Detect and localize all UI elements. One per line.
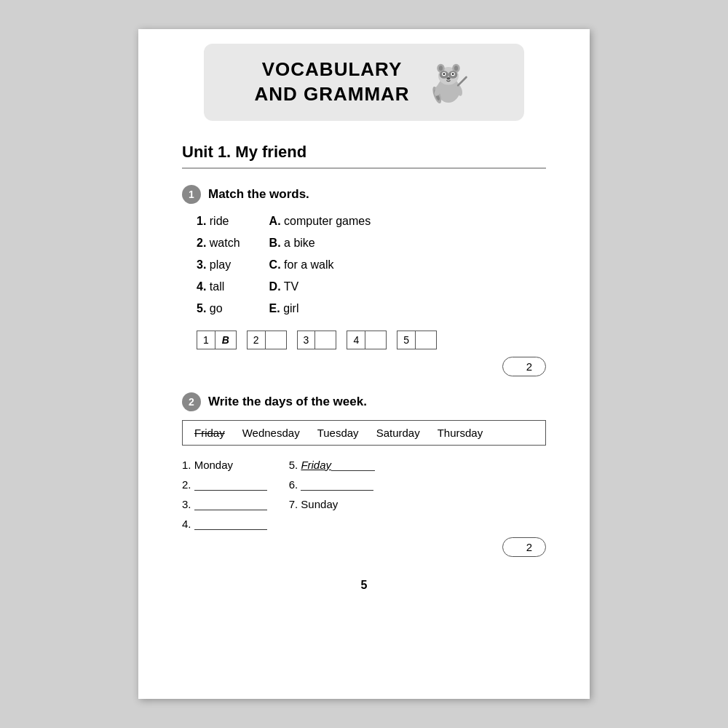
exercise-1: 1 Match the words. 1. ride 2. watch 3. p… — [182, 185, 546, 376]
match-item-2: 2. watch — [197, 234, 240, 252]
match-item-3: 3. play — [197, 256, 240, 274]
answer-boxes: 1 B 2 3 4 5 — [197, 331, 546, 349]
raccoon-icon — [423, 57, 474, 108]
answer-box-2: 2 — [247, 331, 287, 349]
match-item-E: E. girl — [269, 300, 371, 317]
exercise-2-title: Write the days of the week. — [208, 395, 367, 409]
svg-line-18 — [458, 77, 466, 85]
score-box-2: 2 — [182, 537, 546, 557]
match-item-4: 4. tall — [197, 278, 240, 296]
exercise-1-title: Match the words. — [208, 187, 309, 202]
header-title-line1: VOCABULARY — [262, 58, 402, 80]
exercise-2-header: 2 Write the days of the week. — [182, 392, 546, 411]
exercise-2-number: 2 — [182, 392, 201, 411]
fill-item-4: 4. — [182, 518, 267, 530]
score-2: 2 — [502, 537, 546, 557]
fill-item-6: 6. — [289, 478, 375, 491]
match-item-1: 1. ride — [197, 213, 240, 230]
page-number: 5 — [138, 579, 590, 592]
unit-title: Unit 1. My friend — [182, 143, 546, 169]
match-item-C: C. for a walk — [269, 256, 371, 274]
word-bank-box: Friday Wednesday Tuesday Saturday Thursd… — [182, 420, 546, 446]
day-friday-strikethrough: Friday — [194, 427, 225, 439]
answer-box-3: 3 — [297, 331, 337, 349]
header-title: VOCABULARY AND GRAMMAR — [254, 58, 409, 107]
fill-item-3: 3. — [182, 498, 267, 510]
answer-box-5: 5 — [397, 331, 437, 349]
fill-right-col: 5. Friday 6. 7. Sunday — [289, 459, 375, 530]
svg-point-4 — [438, 66, 442, 71]
day-tuesday: Tuesday — [317, 427, 359, 439]
score-box-1: 2 — [182, 357, 546, 376]
svg-point-5 — [454, 66, 457, 71]
header-title-line2: AND GRAMMAR — [254, 83, 409, 105]
answer-box-1: 1 B — [197, 331, 237, 349]
fill-item-7: 7. Sunday — [289, 498, 375, 510]
day-wednesday: Wednesday — [242, 427, 300, 439]
exercise-1-number: 1 — [182, 185, 201, 204]
match-item-A: A. computer games — [269, 213, 371, 230]
fill-item-2: 2. — [182, 478, 267, 491]
fill-left-col: 1. Monday 2. 3. 4. — [182, 459, 267, 530]
fill-item-1: 1. Monday — [182, 459, 267, 471]
exercise-2: 2 Write the days of the week. Friday Wed… — [182, 392, 546, 557]
match-item-5: 5. go — [197, 300, 240, 317]
exercise-1-header: 1 Match the words. — [182, 185, 546, 204]
header-banner: VOCABULARY AND GRAMMAR — [204, 44, 524, 121]
match-item-D: D. TV — [269, 278, 371, 296]
match-columns: 1. ride 2. watch 3. play 4. tall 5. go A… — [197, 213, 546, 317]
svg-point-10 — [443, 73, 445, 75]
day-thursday: Thursday — [438, 427, 483, 439]
day-saturday: Saturday — [376, 427, 420, 439]
match-left-col: 1. ride 2. watch 3. play 4. tall 5. go — [197, 213, 240, 317]
match-right-col: A. computer games B. a bike C. for a wal… — [269, 213, 371, 317]
fill-item-5: 5. Friday — [289, 459, 375, 471]
page: VOCABULARY AND GRAMMAR — [138, 29, 590, 699]
svg-point-12 — [446, 77, 450, 80]
match-item-B: B. a bike — [269, 234, 371, 252]
svg-point-11 — [451, 73, 454, 75]
fill-columns: 1. Monday 2. 3. 4. 5. Friday 6. 7. Sunda… — [182, 459, 546, 530]
answer-box-4: 4 — [347, 331, 387, 349]
score-1: 2 — [502, 357, 546, 376]
